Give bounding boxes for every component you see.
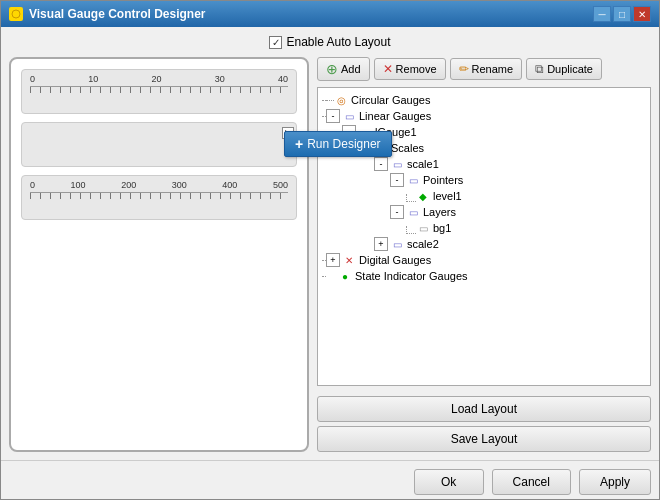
tree-panel: ⊕ Add ✕ Remove ✏ Rename ⧉ Duplicate xyxy=(317,57,651,452)
duplicate-label: Duplicate xyxy=(547,63,593,75)
pointers-expander[interactable]: - xyxy=(390,173,404,187)
pointers-icon: ▭ xyxy=(406,173,420,187)
save-layout-button[interactable]: Save Layout xyxy=(317,426,651,452)
svg-point-0 xyxy=(12,10,20,18)
rename-button[interactable]: ✏ Rename xyxy=(450,58,523,80)
ok-button[interactable]: Ok xyxy=(414,469,484,495)
bottom-ruler: 0 100 200 300 400 500 xyxy=(21,175,297,220)
app-icon xyxy=(9,7,23,21)
digital-gauges-expander[interactable]: + xyxy=(326,253,340,267)
scale2-icon: ▭ xyxy=(390,237,404,251)
run-designer-label: Run Designer xyxy=(307,137,380,151)
tree-item-linear-gauges[interactable]: - ▭ Linear Gauges xyxy=(322,108,646,124)
top-ruler: 0 10 20 30 40 xyxy=(21,69,297,114)
maximize-button[interactable]: □ xyxy=(613,6,631,22)
top-ruler-marks: 0 10 20 30 40 xyxy=(22,74,296,84)
rename-icon: ✏ xyxy=(459,62,469,76)
bg1-icon: ▭ xyxy=(416,221,430,235)
tree-item-scale2[interactable]: + ▭ scale2 xyxy=(322,236,646,252)
tree-item-state-indicator[interactable]: ● State Indicator Gauges xyxy=(322,268,646,284)
pointers-label: Pointers xyxy=(423,174,463,186)
layout-buttons: Load Layout Save Layout xyxy=(317,396,651,452)
linear-gauges-icon: ▭ xyxy=(342,109,356,123)
bottom-ruler-ticks xyxy=(30,192,288,204)
title-bar-left: Visual Gauge Control Designer xyxy=(9,7,205,21)
rename-label: Rename xyxy=(472,63,514,75)
footer-row: Ok Cancel Apply xyxy=(1,460,659,499)
digital-gauges-icon: ✕ xyxy=(342,253,356,267)
circular-gauges-label: Circular Gauges xyxy=(351,94,430,106)
scale2-label: scale2 xyxy=(407,238,439,250)
tree-item-digital-gauges[interactable]: + ✕ Digital Gauges xyxy=(322,252,646,268)
gauge-preview-panel: 0 10 20 30 40 ▶ Run Designer xyxy=(9,57,309,452)
tree-item-bg1[interactable]: ▭ bg1 xyxy=(322,220,646,236)
main-area: 0 10 20 30 40 ▶ Run Designer xyxy=(9,57,651,452)
add-label: Add xyxy=(341,63,361,75)
auto-layout-label[interactable]: ✓ Enable Auto Layout xyxy=(269,35,390,49)
auto-layout-text: Enable Auto Layout xyxy=(286,35,390,49)
title-bar: Visual Gauge Control Designer ─ □ ✕ xyxy=(1,1,659,27)
tree-item-level1[interactable]: ◆ level1 xyxy=(322,188,646,204)
run-designer-button[interactable]: Run Designer xyxy=(284,131,392,157)
top-ruler-ticks xyxy=(30,86,288,98)
add-button[interactable]: ⊕ Add xyxy=(317,57,370,81)
linear-gauges-expander[interactable]: - xyxy=(326,109,340,123)
bg1-label: bg1 xyxy=(433,222,451,234)
tree-item-layers[interactable]: - ▭ Layers xyxy=(322,204,646,220)
scale2-expander[interactable]: + xyxy=(374,237,388,251)
linear-gauges-label: Linear Gauges xyxy=(359,110,431,122)
title-buttons: ─ □ ✕ xyxy=(593,6,651,22)
digital-gauges-label: Digital Gauges xyxy=(359,254,431,266)
duplicate-button[interactable]: ⧉ Duplicate xyxy=(526,58,602,80)
remove-icon: ✕ xyxy=(383,62,393,76)
state-indicator-label: State Indicator Gauges xyxy=(355,270,468,282)
main-window: Visual Gauge Control Designer ─ □ ✕ ✓ En… xyxy=(0,0,660,500)
state-indicator-icon: ● xyxy=(338,269,352,283)
toolbar-row: ⊕ Add ✕ Remove ✏ Rename ⧉ Duplicate xyxy=(317,57,651,81)
tree-item-circular-gauges[interactable]: ◎ Circular Gauges xyxy=(322,92,646,108)
apply-button[interactable]: Apply xyxy=(579,469,651,495)
scale1-expander[interactable]: - xyxy=(374,157,388,171)
auto-layout-row: ✓ Enable Auto Layout xyxy=(9,35,651,49)
circular-gauges-icon: ◎ xyxy=(334,93,348,107)
load-layout-button[interactable]: Load Layout xyxy=(317,396,651,422)
cancel-button[interactable]: Cancel xyxy=(492,469,571,495)
layers-expander[interactable]: - xyxy=(390,205,404,219)
tree-item-scale1[interactable]: - ▭ scale1 xyxy=(322,156,646,172)
level1-icon: ◆ xyxy=(416,189,430,203)
remove-button[interactable]: ✕ Remove xyxy=(374,58,446,80)
layers-icon: ▭ xyxy=(406,205,420,219)
scale1-label: scale1 xyxy=(407,158,439,170)
duplicate-icon: ⧉ xyxy=(535,62,544,76)
minimize-button[interactable]: ─ xyxy=(593,6,611,22)
remove-label: Remove xyxy=(396,63,437,75)
auto-layout-checkbox[interactable]: ✓ xyxy=(269,36,282,49)
close-button[interactable]: ✕ xyxy=(633,6,651,22)
add-icon: ⊕ xyxy=(326,61,338,77)
level1-label: level1 xyxy=(433,190,462,202)
content-area: ✓ Enable Auto Layout 0 10 20 30 40 xyxy=(1,27,659,460)
bottom-ruler-marks: 0 100 200 300 400 500 xyxy=(22,180,296,190)
window-title: Visual Gauge Control Designer xyxy=(29,7,205,21)
layers-label: Layers xyxy=(423,206,456,218)
scale1-icon: ▭ xyxy=(390,157,404,171)
tree-item-pointers[interactable]: - ▭ Pointers xyxy=(322,172,646,188)
gauge-body: ▶ Run Designer xyxy=(21,122,297,167)
scales-label: Scales xyxy=(391,142,424,154)
